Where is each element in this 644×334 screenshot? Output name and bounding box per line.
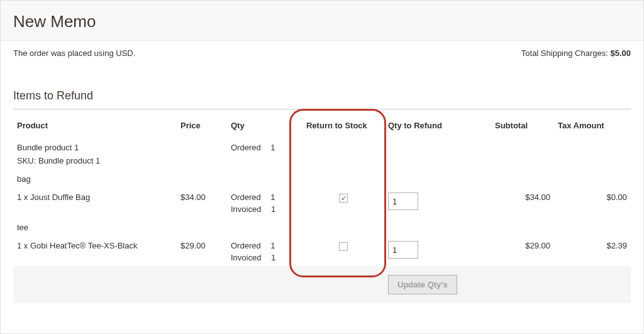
qty-invoiced-label: Invoiced bbox=[231, 204, 261, 214]
order-currency-note: The order was placed using USD. bbox=[13, 48, 135, 58]
qty-ordered-label: Ordered bbox=[231, 192, 261, 202]
qty-invoiced-value: 1 bbox=[271, 253, 275, 262]
return-to-stock-checkbox[interactable]: ✓ bbox=[339, 194, 348, 203]
table-footer-row: Update Qty's bbox=[13, 266, 631, 303]
qty-invoiced-label: Invoiced bbox=[231, 253, 261, 262]
line-subtotal: $29.00 bbox=[491, 236, 554, 266]
bundle-name: Bundle product 1 bbox=[17, 143, 173, 152]
line-row: 1 x Gobi HeatTec® Tee-XS-Black $29.00 Or… bbox=[13, 236, 631, 266]
col-product: Product bbox=[13, 109, 177, 138]
col-price: Price bbox=[177, 109, 227, 138]
qty-ordered-value: 1 bbox=[270, 143, 275, 152]
line-name: 1 x Gobi HeatTec® Tee-XS-Black bbox=[13, 236, 177, 266]
sku-value: Bundle product 1 bbox=[38, 156, 100, 165]
shipping-label: Total Shipping Charges: bbox=[521, 48, 608, 58]
qty-to-refund-input[interactable] bbox=[388, 192, 418, 210]
line-price: $34.00 bbox=[177, 187, 227, 218]
group-label-bag: bag bbox=[13, 169, 631, 187]
bundle-row: Bundle product 1 SKU: Bundle product 1 O… bbox=[13, 138, 631, 169]
col-return-to-stock: Return to Stock bbox=[303, 109, 384, 138]
qty-ordered-label: Ordered bbox=[231, 241, 261, 250]
line-tax: $2.39 bbox=[554, 236, 631, 266]
col-tax-amount: Tax Amount bbox=[554, 109, 631, 138]
refund-items-table: Product Price Qty Return to Stock Qty to… bbox=[13, 109, 631, 303]
line-tax: $0.00 bbox=[554, 187, 631, 218]
sku-label: SKU: bbox=[17, 156, 36, 165]
return-to-stock-checkbox[interactable] bbox=[339, 242, 348, 251]
col-qty-to-refund: Qty to Refund bbox=[384, 109, 491, 138]
qty-ordered-value: 1 bbox=[270, 192, 275, 202]
group-label-tee: tee bbox=[13, 218, 631, 236]
line-price: $29.00 bbox=[177, 236, 227, 266]
qty-ordered-label: Ordered bbox=[231, 143, 261, 152]
line-subtotal: $34.00 bbox=[491, 187, 554, 218]
group-row-bag: bag bbox=[13, 169, 631, 187]
col-qty: Qty bbox=[227, 109, 303, 138]
page-title: New Memo bbox=[13, 12, 631, 31]
line-row: 1 x Joust Duffle Bag $34.00 Ordered 1 In… bbox=[13, 187, 631, 218]
shipping-charges: Total Shipping Charges: $5.00 bbox=[521, 48, 631, 58]
shipping-amount: $5.00 bbox=[610, 48, 631, 58]
group-row-tee: tee bbox=[13, 218, 631, 236]
page-header: New Memo bbox=[1, 1, 643, 41]
col-subtotal: Subtotal bbox=[491, 109, 554, 138]
line-name: 1 x Joust Duffle Bag bbox=[13, 187, 177, 218]
items-to-refund-title: Items to Refund bbox=[13, 89, 631, 109]
qty-invoiced-value: 1 bbox=[271, 204, 275, 214]
update-qtys-button[interactable]: Update Qty's bbox=[388, 275, 457, 294]
qty-to-refund-input[interactable] bbox=[388, 241, 418, 259]
qty-ordered-value: 1 bbox=[270, 241, 275, 250]
